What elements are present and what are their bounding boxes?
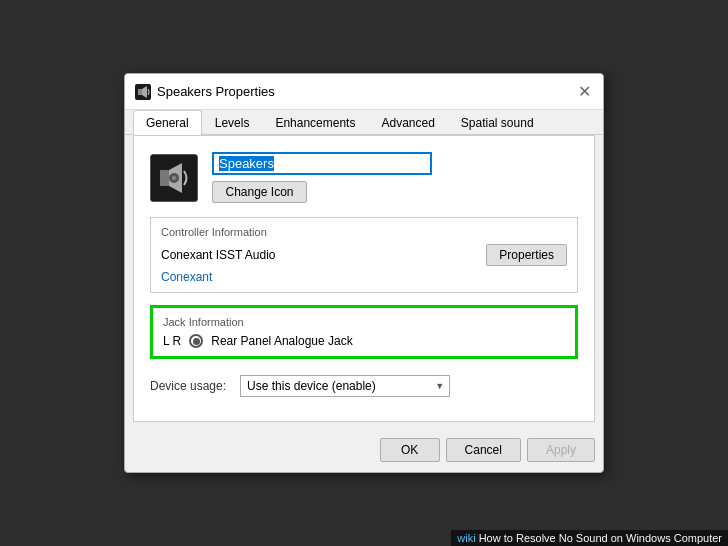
tab-spatial-sound[interactable]: Spatial sound xyxy=(448,110,547,135)
change-icon-button[interactable]: Change Icon xyxy=(212,181,307,203)
tab-general[interactable]: General xyxy=(133,110,202,135)
bottom-buttons: OK Cancel Apply xyxy=(125,430,603,472)
device-usage-select[interactable]: Use this device (enable) xyxy=(240,375,450,397)
jack-lr-label: L R xyxy=(163,334,181,348)
svg-rect-3 xyxy=(160,170,169,186)
speaker-icon xyxy=(156,160,192,196)
svg-point-6 xyxy=(172,176,176,180)
device-name-area: Change Icon xyxy=(212,152,432,203)
tab-enhancements[interactable]: Enhancements xyxy=(262,110,368,135)
jack-info-box: Jack Information L R Rear Panel Analogue… xyxy=(150,305,578,359)
tabs-bar: General Levels Enhancements Advanced Spa… xyxy=(125,110,603,135)
jack-type-label: Rear Panel Analogue Jack xyxy=(211,334,352,348)
device-name-input[interactable] xyxy=(212,152,432,175)
cancel-button[interactable]: Cancel xyxy=(446,438,521,462)
tab-advanced[interactable]: Advanced xyxy=(368,110,447,135)
screenshot-wrapper: Speakers Properties ✕ General Levels Enh… xyxy=(0,0,728,546)
jack-radio[interactable] xyxy=(189,334,203,348)
controller-row: Conexant ISST Audio Properties xyxy=(161,244,567,266)
close-button[interactable]: ✕ xyxy=(575,83,593,101)
title-speaker-icon xyxy=(135,84,151,100)
properties-button[interactable]: Properties xyxy=(486,244,567,266)
main-content: Change Icon Controller Information Conex… xyxy=(133,135,595,422)
device-usage-label: Device usage: xyxy=(150,379,226,393)
controller-info-label: Controller Information xyxy=(161,226,567,238)
svg-rect-1 xyxy=(138,89,142,95)
controller-link[interactable]: Conexant xyxy=(161,270,212,284)
watermark-text: How to Resolve No Sound on Windows Compu… xyxy=(479,532,722,544)
title-text: Speakers Properties xyxy=(157,84,275,99)
watermark-wiki: wiki xyxy=(457,532,475,544)
dialog-window: Speakers Properties ✕ General Levels Enh… xyxy=(124,73,604,473)
jack-info-label: Jack Information xyxy=(163,316,565,328)
ok-button[interactable]: OK xyxy=(380,438,440,462)
controller-info-box: Controller Information Conexant ISST Aud… xyxy=(150,217,578,293)
tab-levels[interactable]: Levels xyxy=(202,110,263,135)
apply-button[interactable]: Apply xyxy=(527,438,595,462)
device-header: Change Icon xyxy=(150,152,578,203)
device-usage-select-wrapper: Use this device (enable) xyxy=(240,375,450,397)
title-bar-left: Speakers Properties xyxy=(135,84,275,100)
device-icon-box xyxy=(150,154,198,202)
jack-row: L R Rear Panel Analogue Jack xyxy=(163,334,565,348)
controller-name: Conexant ISST Audio xyxy=(161,248,276,262)
device-usage-row: Device usage: Use this device (enable) xyxy=(150,375,578,397)
watermark: wiki How to Resolve No Sound on Windows … xyxy=(451,530,728,546)
title-bar: Speakers Properties ✕ xyxy=(125,74,603,110)
